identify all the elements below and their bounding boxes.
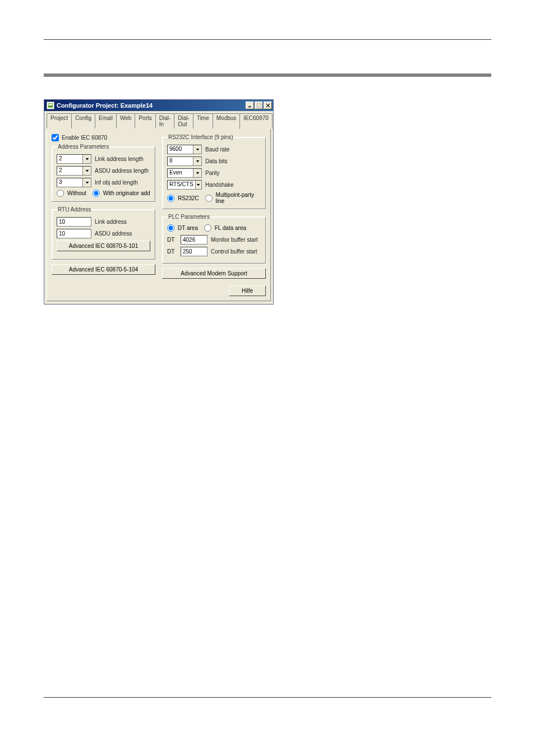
control-buffer-label: Control buffer start xyxy=(211,248,257,255)
window-title: Configurator Project: Example14 xyxy=(57,102,153,109)
tab-web[interactable]: Web xyxy=(116,113,135,128)
fl-area-radio[interactable] xyxy=(204,224,211,232)
tab-email[interactable]: Email xyxy=(95,113,117,128)
data-bits-combo[interactable]: 8 xyxy=(167,156,202,166)
inf-obj-add-length-combo[interactable]: 3 xyxy=(57,178,91,187)
chevron-down-icon[interactable] xyxy=(82,178,91,187)
minimize-button[interactable] xyxy=(246,102,254,109)
asdu-address-input[interactable] xyxy=(57,229,91,238)
app-icon xyxy=(47,102,54,109)
titlebar: Configurator Project: Example14 xyxy=(44,100,273,111)
data-bits-label: Data bits xyxy=(205,158,227,164)
top-rule xyxy=(44,39,491,40)
plc-parameters-group: PLC Parameters DT area FL data area DT M… xyxy=(162,214,266,264)
advanced-101-button[interactable]: Advanced IEC 60870-5-101 xyxy=(57,241,150,251)
svg-marker-11 xyxy=(196,172,199,174)
link-address-input[interactable] xyxy=(57,217,91,227)
plc-parameters-legend: PLC Parameters xyxy=(167,214,211,220)
chevron-down-icon[interactable] xyxy=(82,167,91,175)
svg-rect-2 xyxy=(248,107,251,108)
multipoint-label: Multipoint-party line xyxy=(216,192,261,204)
tab-iec60870[interactable]: IEC60870 xyxy=(239,113,272,129)
asdu-address-label: ASDU address xyxy=(95,231,132,237)
close-button[interactable] xyxy=(264,102,272,109)
svg-marker-7 xyxy=(85,170,89,172)
svg-marker-9 xyxy=(196,149,199,151)
baud-rate-label: Baud rate xyxy=(205,146,229,153)
link-address-length-combo[interactable]: 2 xyxy=(57,154,91,164)
rtu-address-legend: RTU Address xyxy=(57,206,92,213)
with-originator-radio[interactable] xyxy=(93,190,100,197)
chevron-down-icon[interactable] xyxy=(193,157,201,165)
link-address-label: Link address xyxy=(95,219,127,225)
monitor-prefix: DT xyxy=(167,237,176,243)
handshake-label: Handshake xyxy=(205,182,234,188)
asdu-address-length-combo[interactable]: 2 xyxy=(57,166,91,176)
chevron-down-icon[interactable] xyxy=(193,145,201,154)
advanced-104-button[interactable]: Advanced IEC 60870-5-104 xyxy=(52,264,155,275)
rs232c-radio[interactable] xyxy=(167,195,174,202)
rs232c-label: RS232C xyxy=(178,195,199,201)
control-prefix: DT xyxy=(167,248,176,255)
address-parameters-group: Address Parameters 2 Link address length… xyxy=(52,144,155,202)
svg-rect-1 xyxy=(49,104,52,105)
rtu-address-group: RTU Address Link address ASDU address Ad… xyxy=(52,206,155,260)
without-originator-radio[interactable] xyxy=(57,190,64,197)
asdu-address-length-label: ASDU address length xyxy=(95,168,149,174)
configurator-dialog: Configurator Project: Example14 Project … xyxy=(44,99,274,305)
monitor-buffer-input[interactable] xyxy=(181,235,207,245)
advanced-modem-button[interactable]: Advanced Modem Support xyxy=(162,268,266,279)
monitor-buffer-label: Monitor buffer start xyxy=(211,237,258,243)
without-originator-label: Without xyxy=(67,190,86,196)
dt-area-label: DT area xyxy=(178,225,198,231)
address-parameters-legend: Address Parameters xyxy=(57,144,110,150)
svg-marker-12 xyxy=(197,184,200,186)
tab-dialout[interactable]: Dial-Out xyxy=(174,113,193,128)
dt-area-radio[interactable] xyxy=(167,224,174,232)
chevron-down-icon[interactable] xyxy=(193,169,201,177)
svg-rect-3 xyxy=(257,104,260,107)
enable-iec60870-checkbox[interactable] xyxy=(52,134,59,141)
maximize-button[interactable] xyxy=(255,102,263,109)
fl-area-label: FL data area xyxy=(215,225,246,231)
link-address-length-label: Link address length xyxy=(95,156,144,162)
baud-rate-combo[interactable]: 9600 xyxy=(167,145,202,154)
tab-dialin[interactable]: Dial-In xyxy=(155,113,175,128)
rs232-legend: RS232C Interface (9 pins) xyxy=(167,134,234,140)
bottom-rule xyxy=(44,697,491,698)
svg-marker-6 xyxy=(85,158,89,160)
tab-project[interactable]: Project xyxy=(47,113,72,128)
parity-label: Parity xyxy=(205,170,220,176)
parity-combo[interactable]: Even xyxy=(167,168,202,178)
tab-config[interactable]: Config xyxy=(71,113,95,128)
tab-ports[interactable]: Ports xyxy=(135,113,155,128)
enable-iec60870-label: Enable IEC 60870 xyxy=(62,135,107,141)
control-buffer-input[interactable] xyxy=(181,247,207,256)
with-originator-label: With originator add xyxy=(103,190,150,196)
handshake-combo[interactable]: RTS/CTS xyxy=(167,180,202,190)
tab-time[interactable]: Time xyxy=(193,113,213,128)
inf-obj-add-length-label: Inf obj add length xyxy=(95,179,138,186)
grey-divider-bar xyxy=(44,73,491,77)
multipoint-radio[interactable] xyxy=(205,195,213,202)
tab-modbus[interactable]: Modbus xyxy=(213,113,241,128)
svg-marker-8 xyxy=(85,182,89,184)
svg-marker-10 xyxy=(196,160,199,163)
tab-panel: Enable IEC 60870 Address Parameters 2 Li… xyxy=(47,128,271,301)
rs232-group: RS232C Interface (9 pins) 9600 Baud rate… xyxy=(162,134,266,209)
chevron-down-icon[interactable] xyxy=(82,155,91,163)
help-button[interactable]: Hilfe xyxy=(229,285,266,296)
chevron-down-icon[interactable] xyxy=(195,181,201,189)
tab-strip: Project Config Email Web Ports Dial-In D… xyxy=(44,111,273,128)
